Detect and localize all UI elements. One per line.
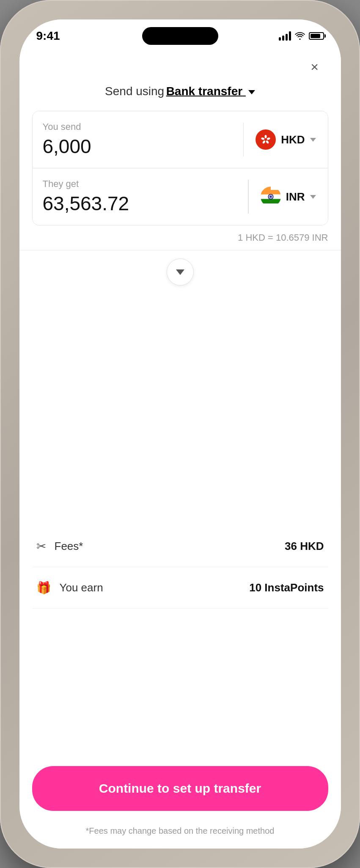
cta-section: Continue to set up transfer: [19, 749, 341, 819]
earn-row: 🎁 You earn 10 InstaPoints: [32, 567, 328, 609]
status-icons: [279, 31, 324, 41]
continue-button[interactable]: Continue to set up transfer: [32, 766, 328, 811]
inr-currency-selector[interactable]: INR: [249, 176, 328, 217]
send-method-selector[interactable]: Bank transfer: [166, 85, 255, 98]
battery-icon: [309, 32, 324, 40]
exchange-rate: 1 HKD = 10.6579 INR: [19, 225, 341, 250]
info-section: ✂ Fees* 36 HKD 🎁 You earn 10 InstaPoints: [19, 509, 341, 749]
you-send-row: You send 6,000: [33, 111, 328, 168]
fees-value: 36 HKD: [285, 540, 324, 553]
wifi-icon: [294, 32, 305, 40]
they-get-row: They get 63,563.72: [33, 168, 328, 225]
header: ×: [19, 53, 341, 85]
inr-code: INR: [286, 190, 305, 203]
phone-frame: 9:41: [0, 0, 360, 868]
they-get-label: They get: [43, 179, 238, 190]
fees-label: Fees*: [55, 540, 83, 553]
svg-rect-9: [261, 199, 281, 203]
earn-label: You earn: [60, 581, 103, 594]
status-time: 9:41: [36, 29, 60, 43]
they-get-amount[interactable]: 63,563.72: [43, 192, 238, 215]
disclaimer-text: *Fees may change based on the receiving …: [19, 819, 341, 849]
hkd-currency-selector[interactable]: HKD: [244, 119, 327, 160]
close-button[interactable]: ×: [305, 58, 324, 76]
spacer: [19, 298, 341, 509]
expand-chevron-icon: [176, 269, 184, 275]
hkd-flag-svg: [259, 133, 272, 146]
earn-value: 10 InstaPoints: [249, 581, 324, 594]
svg-rect-7: [261, 190, 281, 195]
send-method-label: Bank transfer: [166, 85, 243, 98]
you-send-amount[interactable]: 6,000: [43, 135, 233, 158]
hkd-code: HKD: [281, 133, 305, 146]
dynamic-island: [142, 27, 218, 45]
method-chevron-icon: [248, 90, 255, 94]
phone-screen: 9:41: [19, 19, 341, 849]
svg-point-0: [259, 133, 272, 146]
inr-flag: [261, 187, 281, 207]
earn-left: 🎁 You earn: [36, 581, 103, 595]
svg-point-1: [265, 135, 267, 138]
you-send-amount-section: You send 6,000: [33, 111, 243, 168]
fees-row: ✂ Fees* 36 HKD: [32, 526, 328, 567]
screen-content: × Send using Bank transfer You send 6: [19, 45, 341, 849]
send-method-section: Send using Bank transfer: [19, 85, 341, 111]
hkd-flag: [256, 129, 276, 150]
you-send-label: You send: [43, 121, 233, 132]
hkd-chevron-icon: [310, 138, 316, 142]
send-method-prefix: Send using: [105, 85, 164, 98]
gift-icon: 🎁: [36, 581, 51, 595]
expand-section: [19, 250, 341, 298]
inr-chevron-icon: [310, 195, 316, 199]
close-icon: ×: [311, 59, 319, 75]
signal-bars-icon: [279, 31, 291, 41]
they-get-amount-section: They get 63,563.72: [33, 168, 248, 225]
fees-left: ✂ Fees*: [36, 539, 83, 553]
india-flag-svg: [261, 187, 281, 207]
scissors-icon: ✂: [36, 539, 46, 553]
expand-button[interactable]: [167, 258, 194, 286]
currency-cards: You send 6,000: [32, 111, 328, 225]
